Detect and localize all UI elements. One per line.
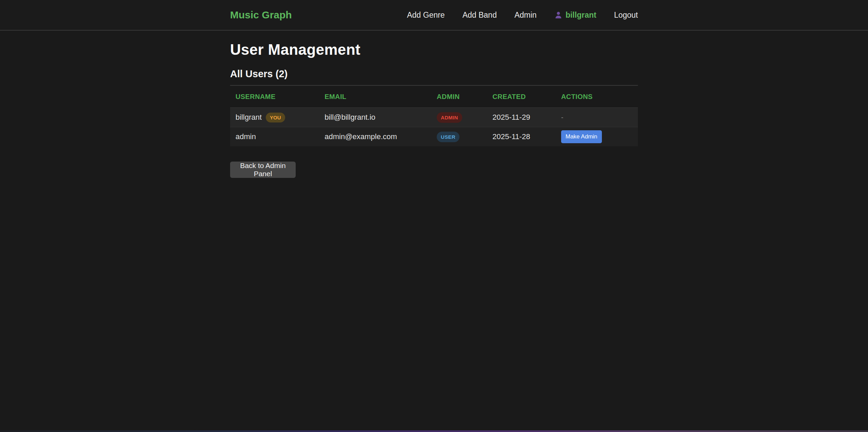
cell-admin: USER	[431, 132, 487, 142]
col-header-created: CREATED	[487, 93, 556, 101]
nav-link-logout[interactable]: Logout	[614, 11, 638, 20]
table-row: admin admin@example.com USER 2025-11-28 …	[230, 127, 638, 146]
bottom-gradient-strip	[0, 430, 868, 432]
col-header-email: EMAIL	[319, 93, 431, 101]
cell-action-none: -	[556, 114, 638, 121]
username-text: billgrant	[236, 113, 262, 122]
col-header-username: USERNAME	[230, 93, 319, 101]
nav-link-add-genre[interactable]: Add Genre	[407, 11, 445, 20]
admin-role-badge: ADMIN	[437, 112, 462, 123]
cell-email: bill@billgrant.io	[319, 113, 431, 122]
make-admin-button[interactable]: Make Admin	[561, 130, 602, 143]
cell-action: Make Admin	[556, 130, 638, 143]
table-header-row: USERNAME EMAIL ADMIN CREATED ACTIONS	[230, 86, 638, 107]
top-navbar: Music Graph Add Genre Add Band Admin bil…	[0, 0, 868, 31]
nav-link-add-band[interactable]: Add Band	[463, 11, 497, 20]
cell-created: 2025-11-28	[487, 132, 556, 141]
nav-current-user: billgrant	[554, 11, 596, 20]
cell-username: admin	[230, 132, 319, 141]
nav-link-admin[interactable]: Admin	[515, 11, 537, 20]
page: Music Graph Add Genre Add Band Admin bil…	[0, 0, 868, 432]
nav-container: Music Graph Add Genre Add Band Admin bil…	[230, 0, 638, 30]
nav-links: Add Genre Add Band Admin billgrant Logou…	[407, 11, 638, 20]
user-icon	[554, 11, 562, 19]
cell-username: billgrant YOU	[230, 113, 319, 122]
cell-admin: ADMIN	[431, 112, 487, 123]
users-table: USERNAME EMAIL ADMIN CREATED ACTIONS bil…	[230, 86, 638, 146]
col-header-actions: ACTIONS	[556, 93, 638, 101]
user-role-badge: USER	[437, 132, 459, 142]
cell-created: 2025-11-29	[487, 113, 556, 122]
username-text: admin	[236, 132, 256, 141]
col-header-admin: ADMIN	[431, 93, 487, 101]
page-title: User Management	[230, 41, 638, 58]
table-row: billgrant YOU bill@billgrant.io ADMIN 20…	[230, 107, 638, 127]
brand-logo[interactable]: Music Graph	[230, 9, 292, 21]
nav-username: billgrant	[566, 11, 596, 20]
main-content: User Management All Users (2) USERNAME E…	[230, 31, 638, 178]
back-to-admin-panel-button[interactable]: Back to Admin Panel	[230, 162, 296, 178]
section-heading: All Users (2)	[230, 68, 638, 80]
cell-email: admin@example.com	[319, 132, 431, 141]
you-badge: YOU	[266, 113, 285, 122]
